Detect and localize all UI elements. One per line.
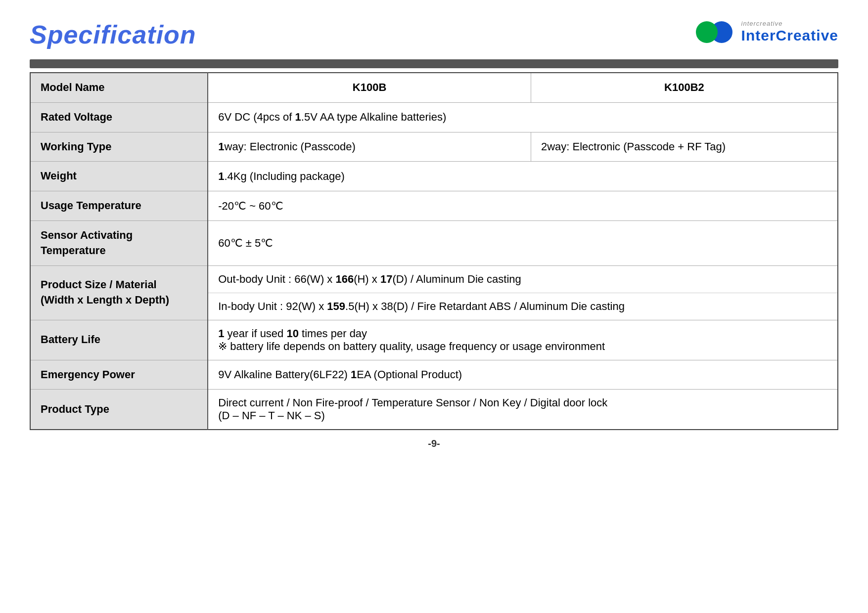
- table-row: Product Size / Material(Width x Length x…: [30, 265, 838, 293]
- table-row: Battery Life 1 year if used 10 times per…: [30, 320, 838, 360]
- label-sensor-temp: Sensor Activating Temperature: [30, 220, 208, 265]
- page-header: Specification intercreative InterCreativ…: [30, 20, 838, 49]
- value-weight: 1.4Kg (Including package): [208, 162, 838, 191]
- label-rated-voltage: Rated Voltage: [30, 102, 208, 132]
- logo-circle-green: [696, 21, 718, 43]
- logo-circles: [696, 21, 739, 43]
- value-battery-life: 1 year if used 10 times per day ※ batter…: [208, 320, 838, 360]
- table-wrapper: Model Name K100B K100B2 Rated Voltage 6V…: [30, 72, 838, 430]
- value-usage-temp: -20℃ ~ 60℃: [208, 191, 838, 221]
- label-usage-temp: Usage Temperature: [30, 191, 208, 221]
- spec-table: Model Name K100B K100B2 Rated Voltage 6V…: [30, 72, 838, 430]
- decorative-bar: [30, 59, 838, 68]
- table-row: Sensor Activating Temperature 60℃ ± 5℃: [30, 220, 838, 265]
- table-row: Usage Temperature -20℃ ~ 60℃: [30, 191, 838, 221]
- value-product-size-outbody: Out-body Unit : 66(W) x 166(H) x 17(D) /…: [208, 265, 838, 293]
- table-row: Rated Voltage 6V DC (4pcs of 1.5V AA typ…: [30, 102, 838, 132]
- value-working-type-col1: 1way: Electronic (Passcode): [208, 132, 531, 162]
- table-row: Model Name K100B K100B2: [30, 73, 838, 102]
- table-row: Weight 1.4Kg (Including package): [30, 162, 838, 191]
- logo-text: intercreative InterCreative: [741, 20, 838, 44]
- label-emergency-power: Emergency Power: [30, 360, 208, 390]
- value-model-k100b2: K100B2: [531, 73, 838, 102]
- value-emergency-power: 9V Alkaline Battery(6LF22) 1EA (Optional…: [208, 360, 838, 390]
- table-row: Product Type Direct current / Non Fire-p…: [30, 390, 838, 430]
- value-product-type: Direct current / Non Fire-proof / Temper…: [208, 390, 838, 430]
- label-product-type: Product Type: [30, 390, 208, 430]
- label-working-type: Working Type: [30, 132, 208, 162]
- value-model-k100b: K100B: [208, 73, 531, 102]
- table-row: Emergency Power 9V Alkaline Battery(6LF2…: [30, 360, 838, 390]
- label-battery-life: Battery Life: [30, 320, 208, 360]
- page-title: Specification: [30, 20, 196, 49]
- value-rated-voltage: 6V DC (4pcs of 1.5V AA type Alkaline bat…: [208, 102, 838, 132]
- label-model-name: Model Name: [30, 73, 208, 102]
- value-product-size-inbody: In-body Unit : 92(W) x 159.5(H) x 38(D) …: [208, 293, 838, 320]
- table-row: Working Type 1way: Electronic (Passcode)…: [30, 132, 838, 162]
- value-sensor-temp: 60℃ ± 5℃: [208, 220, 838, 265]
- value-working-type-col2: 2way: Electronic (Passcode + RF Tag): [531, 132, 838, 162]
- page-footer: -9-: [30, 438, 838, 449]
- label-product-size: Product Size / Material(Width x Length x…: [30, 265, 208, 320]
- label-weight: Weight: [30, 162, 208, 191]
- logo: intercreative InterCreative: [696, 20, 838, 44]
